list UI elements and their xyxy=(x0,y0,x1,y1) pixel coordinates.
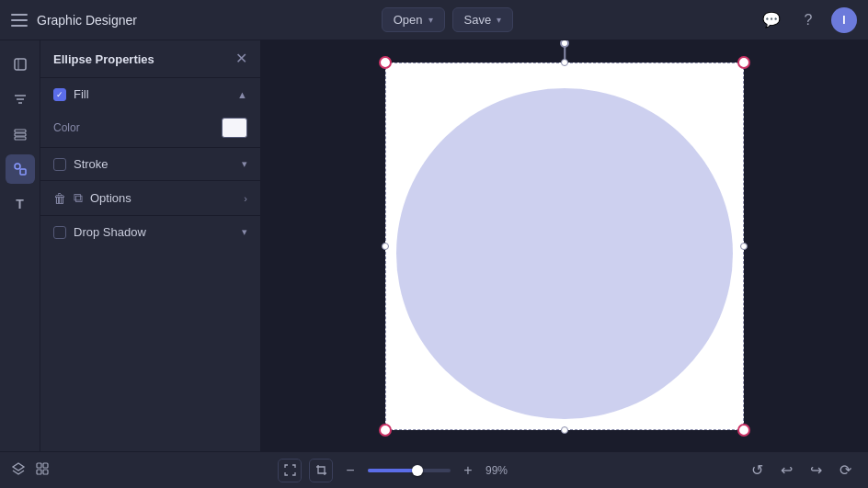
left-toolbar: T xyxy=(0,40,40,451)
svg-rect-6 xyxy=(15,133,26,136)
stroke-section: Stroke ▾ xyxy=(40,148,260,181)
options-label: Options xyxy=(90,191,236,205)
bottom-left xyxy=(11,461,50,479)
fit-view-button[interactable] xyxy=(278,459,302,482)
svg-marker-10 xyxy=(13,463,24,471)
handle-right-center[interactable] xyxy=(740,243,748,250)
menu-icon[interactable] xyxy=(11,14,28,27)
fill-checkbox[interactable] xyxy=(53,88,66,101)
panel-title: Ellipse Properties xyxy=(53,52,154,66)
options-arrow-icon: › xyxy=(244,193,247,204)
select-tool[interactable] xyxy=(6,50,35,79)
color-label: Color xyxy=(53,121,214,134)
zoom-slider-thumb[interactable] xyxy=(412,465,423,476)
crop-button[interactable] xyxy=(309,459,333,482)
properties-panel: Ellipse Properties ✕ Fill ▲ Color Stroke… xyxy=(40,40,261,451)
grid-bottom-icon[interactable] xyxy=(35,461,50,479)
open-button[interactable]: Open ▾ xyxy=(382,7,445,32)
close-icon[interactable]: ✕ xyxy=(235,51,247,66)
stroke-chevron-icon: ▾ xyxy=(242,158,247,170)
fill-section: Fill ▲ Color xyxy=(40,78,260,148)
color-row: Color xyxy=(40,110,260,147)
layers-bottom-icon[interactable] xyxy=(11,461,26,479)
save-button[interactable]: Save ▾ xyxy=(452,7,514,32)
topbar-left: Graphic Designer xyxy=(11,13,137,28)
avatar[interactable]: I xyxy=(831,7,857,33)
svg-rect-7 xyxy=(15,137,26,140)
zoom-in-button[interactable]: + xyxy=(458,460,478,481)
main-area: T Ellipse Properties ✕ Fill ▲ Color Stro… xyxy=(0,40,868,451)
open-chevron-icon: ▾ xyxy=(428,15,433,25)
handle-top-left[interactable] xyxy=(379,56,392,69)
redo-icon[interactable]: ↪ xyxy=(804,459,828,482)
trash-icon[interactable]: 🗑 xyxy=(53,191,66,206)
layers-tool[interactable] xyxy=(6,119,35,149)
bottom-bar: − + 99% ↺ ↩ ↪ ⟳ xyxy=(0,451,868,488)
rotate-cw-icon[interactable]: ↺ xyxy=(745,459,769,482)
handle-top-center[interactable] xyxy=(561,59,568,66)
undo-icon[interactable]: ↩ xyxy=(774,459,798,482)
stroke-label: Stroke xyxy=(74,157,234,171)
fill-chevron-icon: ▲ xyxy=(237,89,247,100)
rotate-line xyxy=(564,47,565,63)
filter-tool[interactable] xyxy=(6,85,35,114)
svg-rect-0 xyxy=(15,59,26,70)
handle-top-right[interactable] xyxy=(737,56,750,69)
zoom-slider-fill xyxy=(368,469,417,472)
chat-icon[interactable]: 💬 xyxy=(758,6,785,34)
canvas-area[interactable] xyxy=(261,40,868,451)
bottom-right: ↺ ↩ ↪ ⟳ xyxy=(745,459,857,482)
bottom-center: − + 99% xyxy=(278,459,517,482)
duplicate-icon[interactable]: ⧉ xyxy=(74,190,83,206)
shapes-tool[interactable] xyxy=(6,154,35,184)
zoom-percentage: 99% xyxy=(485,464,517,477)
handle-bottom-right[interactable] xyxy=(737,424,750,437)
text-tool[interactable]: T xyxy=(6,189,35,219)
fill-label: Fill xyxy=(74,87,230,101)
save-chevron-icon: ▾ xyxy=(497,15,501,25)
handle-left-center[interactable] xyxy=(382,243,389,250)
drop-shadow-section[interactable]: Drop Shadow ▾ xyxy=(40,216,260,248)
drop-shadow-label: Drop Shadow xyxy=(74,225,234,239)
svg-rect-13 xyxy=(37,470,41,474)
drop-shadow-checkbox[interactable] xyxy=(53,226,66,239)
zoom-out-button[interactable]: − xyxy=(340,460,360,481)
fill-section-header[interactable]: Fill ▲ xyxy=(40,78,260,110)
svg-rect-14 xyxy=(43,470,48,474)
svg-rect-11 xyxy=(37,463,41,468)
topbar: Graphic Designer Open ▾ Save ▾ 💬 ? I xyxy=(0,0,868,40)
app-title: Graphic Designer xyxy=(37,13,137,28)
help-icon[interactable]: ? xyxy=(794,6,822,34)
topbar-center: Open ▾ Save ▾ xyxy=(382,7,513,32)
panel-header: Ellipse Properties ✕ xyxy=(40,40,260,78)
stroke-checkbox[interactable] xyxy=(53,158,66,171)
svg-rect-12 xyxy=(43,463,48,468)
svg-rect-9 xyxy=(20,169,26,175)
handle-bottom-left[interactable] xyxy=(379,424,392,437)
handle-bottom-center[interactable] xyxy=(561,426,568,434)
artboard xyxy=(385,62,744,430)
topbar-right: 💬 ? I xyxy=(758,6,857,34)
color-swatch[interactable] xyxy=(222,118,247,138)
rotate-handle[interactable] xyxy=(560,40,569,48)
stroke-section-header[interactable]: Stroke ▾ xyxy=(40,148,260,180)
svg-rect-5 xyxy=(15,130,26,132)
svg-point-8 xyxy=(15,164,20,169)
options-row: 🗑 ⧉ Options › xyxy=(40,181,260,216)
ellipse-shape[interactable] xyxy=(396,88,733,419)
drop-shadow-chevron-icon: ▾ xyxy=(242,226,247,238)
zoom-slider[interactable] xyxy=(368,469,451,472)
refresh-icon[interactable]: ⟳ xyxy=(833,459,857,482)
